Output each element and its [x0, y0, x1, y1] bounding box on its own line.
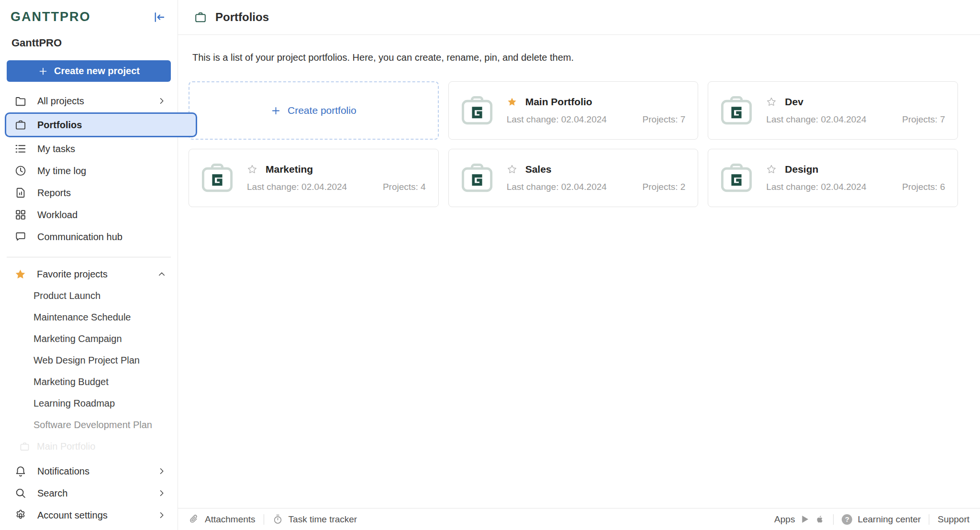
- create-new-project-label: Create new project: [54, 66, 140, 77]
- sidebar-item-notifications[interactable]: Notifications: [0, 460, 178, 482]
- sidebar-bottom-nav: Notifications Search Account settings: [0, 460, 178, 530]
- collapse-sidebar-icon[interactable]: [152, 10, 166, 24]
- bell-icon: [14, 465, 27, 477]
- favorite-project-item[interactable]: Product Launch: [0, 285, 178, 307]
- sidebar-item-label: Workload: [37, 210, 78, 221]
- favorite-project-item[interactable]: Marketing Campaign: [0, 328, 178, 350]
- sidebar-item-all-projects[interactable]: All projects: [0, 90, 178, 112]
- grid-icon: [14, 209, 27, 221]
- sidebar-item-label: All projects: [37, 96, 84, 107]
- chevron-right-icon: [156, 96, 167, 106]
- sidebar-item-label: Portfolios: [37, 120, 82, 131]
- sidebar-item-search[interactable]: Search: [0, 482, 178, 504]
- favorite-project-item[interactable]: Web Design Project Plan: [0, 350, 178, 371]
- plus-icon: [38, 66, 48, 77]
- sidebar-item-communication-hub[interactable]: Communication hub: [0, 226, 178, 248]
- sidebar-item-label: Search: [37, 488, 67, 499]
- gear-icon: [14, 509, 27, 521]
- favorite-project-label: Main Portfolio: [37, 441, 95, 452]
- search-icon: [14, 487, 27, 499]
- favorite-project-item-faded[interactable]: Main Portfolio: [0, 436, 178, 457]
- create-new-project-button[interactable]: Create new project: [7, 60, 171, 82]
- sidebar-item-account-settings[interactable]: Account settings: [0, 504, 178, 526]
- star-icon: [14, 268, 26, 280]
- sidebar-item-workload[interactable]: Workload: [0, 204, 178, 226]
- sidebar-item-my-time-log[interactable]: My time log: [0, 160, 178, 182]
- sidebar-divider: [7, 257, 171, 257]
- workspace-name: GanttPRO: [0, 24, 178, 49]
- sidebar: GANTTPRO GanttPRO Create new project All…: [0, 0, 178, 530]
- sidebar-item-label: My time log: [37, 166, 86, 177]
- chevron-right-icon: [156, 510, 167, 520]
- sidebar-item-label: Account settings: [37, 510, 108, 521]
- sidebar-item-my-tasks[interactable]: My tasks: [0, 138, 178, 160]
- favorite-projects-header[interactable]: Favorite projects: [0, 263, 178, 285]
- chat-bubble-icon: [14, 231, 27, 243]
- report-document-icon: [14, 187, 27, 199]
- sidebar-item-label: Communication hub: [37, 232, 122, 243]
- favorite-project-item[interactable]: Maintenance Schedule: [0, 307, 178, 328]
- favorite-project-item[interactable]: Marketing Budget: [0, 371, 178, 393]
- chevron-right-icon: [156, 466, 167, 476]
- sidebar-item-reports[interactable]: Reports: [0, 182, 178, 204]
- folder-icon: [14, 95, 27, 107]
- favorite-projects-label: Favorite projects: [37, 269, 108, 280]
- ganttpro-logo: GANTTPRO: [11, 10, 91, 24]
- chevron-right-icon: [156, 488, 167, 498]
- favorite-project-item[interactable]: Learning Roadmap: [0, 393, 178, 414]
- sidebar-item-label: Notifications: [37, 466, 89, 477]
- briefcase-icon: [14, 119, 27, 131]
- sidebar-item-label: My tasks: [37, 144, 75, 155]
- briefcase-icon: [19, 441, 30, 452]
- sidebar-logo-row: GANTTPRO: [0, 0, 178, 24]
- clock-icon: [14, 165, 27, 177]
- sidebar-item-portfolios[interactable]: Portfolios: [5, 112, 197, 137]
- sidebar-nav: All projects Portfolios My tasks My time…: [0, 90, 178, 248]
- favorite-projects-list: Product Launch Maintenance Schedule Mark…: [0, 285, 178, 457]
- favorite-project-item[interactable]: Software Development Plan: [0, 414, 178, 436]
- sidebar-item-label: Reports: [37, 188, 71, 199]
- task-list-icon: [14, 143, 27, 155]
- chevron-up-icon: [156, 269, 167, 279]
